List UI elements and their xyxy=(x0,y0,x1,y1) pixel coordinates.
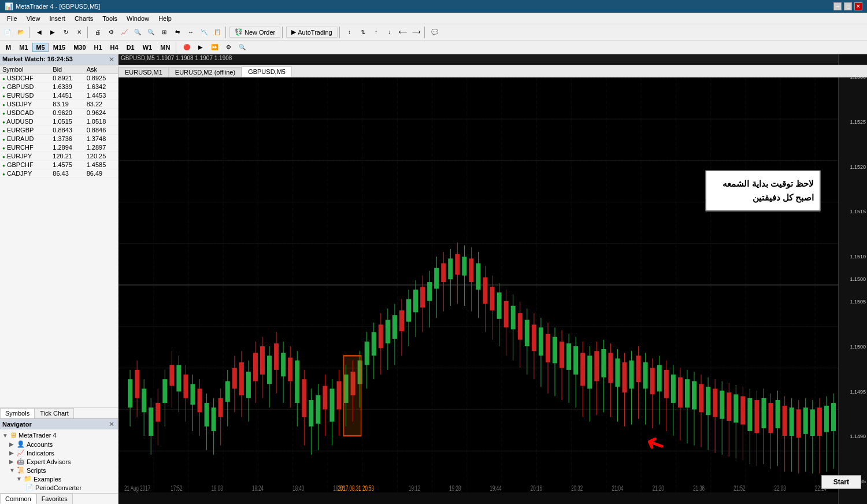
expert-play-button[interactable]: ▶ xyxy=(194,41,207,54)
market-watch-row[interactable]: ● USDCHF 0.8921 0.8925 xyxy=(0,74,118,83)
new-order-button[interactable]: 💱 New Order xyxy=(229,27,280,38)
back-button[interactable]: ◀ xyxy=(33,26,46,39)
market-watch-row[interactable]: ● GBPCHF 1.4575 1.4585 xyxy=(0,161,118,169)
expand-icon2: ▶ xyxy=(9,441,15,447)
chart-button[interactable]: 📈 xyxy=(118,26,131,39)
svg-text:22:08: 22:08 xyxy=(775,484,786,492)
svg-rect-94 xyxy=(413,290,418,312)
menu-insert[interactable]: Insert xyxy=(45,14,70,23)
annotation-line2: اصبح كل دفيقتين xyxy=(712,191,814,205)
tf-m30[interactable]: M30 xyxy=(70,43,89,52)
tf-w1[interactable]: W1 xyxy=(139,43,156,52)
indicator-button[interactable]: 📉 xyxy=(198,26,210,39)
tf-m1[interactable]: M1 xyxy=(16,43,31,52)
nav-expert-advisors[interactable]: ▶ 🤖 Expert Advisors xyxy=(0,457,118,466)
close-button[interactable]: ✕ xyxy=(854,2,862,10)
mw-symbol: ● GBPUSD xyxy=(0,83,50,91)
expert-ff-button[interactable]: ⏩ xyxy=(208,41,221,54)
svg-rect-180 xyxy=(713,389,717,417)
new-button[interactable]: 📄 xyxy=(1,26,14,39)
chart-tab-gbpusdm5[interactable]: GBPUSD,M5 xyxy=(242,66,292,77)
scroll-button[interactable]: ⇆ xyxy=(171,26,184,39)
expert-config-button[interactable]: ⚙ xyxy=(222,41,235,54)
trade-button3[interactable]: ↑ xyxy=(370,26,383,39)
market-watch-row[interactable]: ● EURAUD 1.3736 1.3748 xyxy=(0,135,118,143)
stop-button[interactable]: ✕ xyxy=(73,26,86,39)
pan-button[interactable]: ↔ xyxy=(184,26,197,39)
tab-favorites[interactable]: Favorites xyxy=(36,494,73,504)
mw-ask: 1.4453 xyxy=(84,91,118,100)
tf-d1[interactable]: D1 xyxy=(123,43,138,52)
chart-shift-button[interactable]: ⟵ xyxy=(397,26,409,39)
menu-help[interactable]: Help xyxy=(154,14,176,23)
market-watch-row[interactable]: ● EURCHF 1.2894 1.2897 xyxy=(0,143,118,152)
menu-charts[interactable]: Charts xyxy=(70,14,98,23)
market-watch-row[interactable]: ● EURUSD 1.4451 1.4453 xyxy=(0,91,118,100)
autotrading-button[interactable]: ▶ AutoTrading xyxy=(286,27,338,38)
nav-accounts[interactable]: ▶ 👤 Accounts xyxy=(0,440,118,449)
nav-scripts[interactable]: ▼ 📜 Scripts xyxy=(0,466,118,475)
print-button[interactable]: 🖨 xyxy=(91,26,104,39)
open-button[interactable]: 📂 xyxy=(14,26,27,39)
tf-m[interactable]: M xyxy=(2,43,14,52)
svg-rect-156 xyxy=(629,361,634,389)
tab-tick-chart[interactable]: Tick Chart xyxy=(35,408,74,418)
nav-pc-label: PeriodConverter xyxy=(35,484,81,491)
market-watch-row[interactable]: ● EURJPY 120.21 120.25 xyxy=(0,152,118,161)
start-button[interactable]: Start xyxy=(821,475,861,489)
trade-button4[interactable]: ↓ xyxy=(383,26,396,39)
tf-m5[interactable]: M5 xyxy=(32,43,48,52)
menu-view[interactable]: View xyxy=(22,14,45,23)
tf-m15[interactable]: M15 xyxy=(50,43,69,52)
template-button[interactable]: 📋 xyxy=(211,26,224,39)
nav-examples[interactable]: ▼ 📁 Examples xyxy=(0,475,118,483)
annotation-box: لاحظ توقيت بداية الشمعه اصبح كل دفيقتين xyxy=(705,170,821,212)
forward-button[interactable]: ▶ xyxy=(46,26,59,39)
zoom-out-button[interactable]: 🔍 xyxy=(144,26,157,39)
search-btn[interactable]: 🔍 xyxy=(236,41,249,54)
chart-header: GBPUSD,M5 1.1907 1.1908 1.1907 1.1908 xyxy=(118,54,867,62)
menu-bar: File View Insert Charts Tools Window Hel… xyxy=(0,13,867,24)
svg-rect-84 xyxy=(379,325,383,349)
commentary-button[interactable]: 💬 xyxy=(428,26,441,39)
market-watch-row[interactable]: ● CADJPY 86.43 86.49 xyxy=(0,169,118,178)
market-watch-row[interactable]: ● GBPUSD 1.6339 1.6342 xyxy=(0,83,118,91)
minimize-button[interactable]: ─ xyxy=(833,2,842,10)
properties-button[interactable]: ⚙ xyxy=(105,26,117,39)
expert-stop-button[interactable]: 🔴 xyxy=(180,41,193,54)
nav-indicators[interactable]: ▶ 📈 Indicators xyxy=(0,449,118,457)
nav-metatrader4[interactable]: ▼ 🖥 MetaTrader 4 xyxy=(0,431,118,440)
period-sep-button[interactable]: ⟶ xyxy=(410,26,423,39)
market-watch-row[interactable]: ● EURGBP 0.8843 0.8846 xyxy=(0,126,118,135)
market-watch-row[interactable]: ● AUDUSD 1.0515 1.0518 xyxy=(0,117,118,126)
grid-button[interactable]: ⊞ xyxy=(158,26,171,39)
refresh-button[interactable]: ↻ xyxy=(60,26,72,39)
chart-tab-eurusdm1[interactable]: EURUSD,M1 xyxy=(118,67,169,77)
tab-symbols[interactable]: Symbols xyxy=(0,408,35,418)
svg-rect-214 xyxy=(831,403,836,431)
menu-window[interactable]: Window xyxy=(122,14,154,23)
tf-h1[interactable]: H1 xyxy=(91,43,106,52)
svg-rect-66 xyxy=(316,395,320,424)
nav-period-converter[interactable]: 📄 PeriodConverter xyxy=(0,483,118,492)
tf-h4[interactable]: H4 xyxy=(107,43,122,52)
market-watch-close[interactable]: ✕ xyxy=(108,55,116,64)
market-watch-row[interactable]: ● USDJPY 83.19 83.22 xyxy=(0,100,118,109)
tab-common[interactable]: Common xyxy=(0,494,36,504)
chart-tab-eurusdm2[interactable]: EURUSD,M2 (offline) xyxy=(169,67,242,77)
nav-scripts-icon: 📜 xyxy=(17,466,25,474)
trade-button2[interactable]: ⇅ xyxy=(357,26,369,39)
mw-ask: 120.25 xyxy=(84,152,118,161)
svg-text:21:04: 21:04 xyxy=(612,484,623,492)
trade-levels-button[interactable]: ↕ xyxy=(343,26,356,39)
zoom-in-button[interactable]: 🔍 xyxy=(131,26,144,39)
tf-mn[interactable]: MN xyxy=(157,43,173,52)
window-title: MetaTrader 4 - [GBPUSD,M5] xyxy=(16,3,100,10)
menu-tools[interactable]: Tools xyxy=(98,14,122,23)
navigator-close[interactable]: ✕ xyxy=(108,420,116,428)
restore-button[interactable]: ◻ xyxy=(844,2,852,10)
market-watch-row[interactable]: ● USDCAD 0.9620 0.9624 xyxy=(0,109,118,117)
menu-file[interactable]: File xyxy=(2,14,22,23)
svg-rect-140 xyxy=(573,346,578,375)
svg-text:19:44: 19:44 xyxy=(490,484,502,492)
